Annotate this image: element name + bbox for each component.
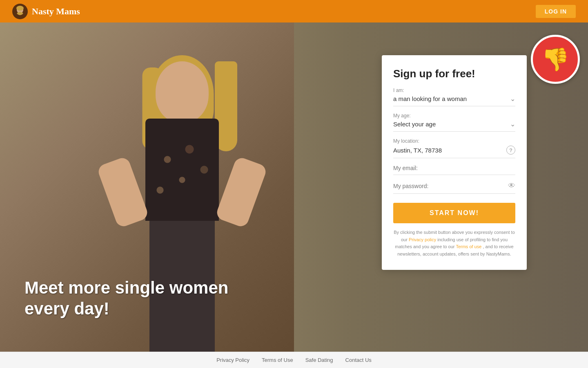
location-field-group: My location: Austin, TX, 78738 ? — [393, 138, 515, 158]
hero-text: Meet more single women every day! — [24, 278, 228, 319]
terms-of-use-link[interactable]: Terms of use — [456, 244, 481, 249]
age-chevron-icon: ⌄ — [510, 120, 515, 128]
privacy-policy-link[interactable]: Privacy policy — [409, 237, 436, 242]
signup-title: Sign up for free! — [393, 67, 515, 80]
location-value: Austin, TX, 78738 — [393, 147, 442, 154]
location-help-icon[interactable]: ? — [506, 146, 515, 155]
email-input[interactable] — [393, 165, 515, 171]
terms-text: By clicking the submit button above you … — [393, 229, 515, 258]
iam-value: a man looking for a woman — [393, 95, 467, 102]
login-button[interactable]: LOG IN — [536, 5, 576, 18]
iam-field-group: I am: a man looking for a woman ⌄ — [393, 88, 515, 106]
logo-icon — [12, 4, 28, 19]
location-row: Austin, TX, 78738 ? — [393, 146, 515, 158]
footer: Privacy PolicyTerms of UseSafe DatingCon… — [0, 352, 588, 368]
email-row — [393, 165, 515, 175]
footer-link[interactable]: Privacy Policy — [216, 357, 249, 363]
footer-link[interactable]: Terms of Use — [262, 357, 293, 363]
signup-card: Sign up for free! I am: a man looking fo… — [382, 55, 527, 270]
logo-area: Nasty Mams — [12, 4, 80, 19]
header: Nasty Mams LOG IN — [0, 0, 588, 22]
age-select[interactable]: Select your age ⌄ — [393, 120, 515, 132]
hero-title: Meet more single women every day! — [24, 278, 228, 319]
footer-link[interactable]: Contact Us — [345, 357, 372, 363]
password-input[interactable] — [393, 183, 508, 189]
thumbs-down-badge: 👎 — [531, 35, 580, 84]
iam-chevron-icon: ⌄ — [510, 95, 515, 103]
email-field-group — [393, 165, 515, 175]
woman-figure — [94, 49, 270, 368]
start-button[interactable]: START NOW! — [393, 203, 515, 223]
footer-link[interactable]: Safe Dating — [305, 357, 333, 363]
age-value: Select your age — [393, 121, 436, 128]
logo-text: Nasty Mams — [32, 6, 80, 17]
iam-label: I am: — [393, 88, 515, 93]
thumbs-down-icon: 👎 — [541, 48, 570, 71]
password-row: 👁 — [393, 182, 515, 194]
age-field-group: My age: Select your age ⌄ — [393, 113, 515, 132]
password-field-group: 👁 — [393, 182, 515, 194]
svg-point-2 — [16, 6, 24, 11]
iam-select[interactable]: a man looking for a woman ⌄ — [393, 95, 515, 106]
age-label: My age: — [393, 113, 515, 119]
hero-section: Meet more single women every day! Sign u… — [0, 22, 588, 368]
password-eye-icon[interactable]: 👁 — [508, 182, 515, 190]
location-label: My location: — [393, 138, 515, 144]
